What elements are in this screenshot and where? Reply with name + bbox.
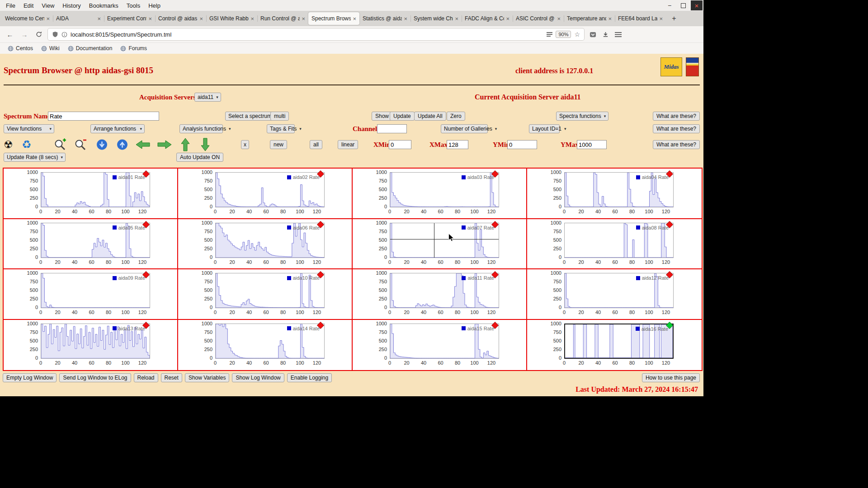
- update-all-button[interactable]: Update All: [414, 112, 446, 121]
- tab-gsi-white-rabbit[interactable]: GSI White Rabbit×: [206, 12, 257, 25]
- analysis-functions-dropdown[interactable]: Analysis functions: [179, 124, 223, 133]
- tab-close-icon[interactable]: ×: [199, 15, 203, 22]
- bookmark-forums[interactable]: Forums: [117, 45, 150, 52]
- menu-bookmarks[interactable]: Bookmarks: [85, 2, 123, 9]
- plot-area[interactable]: aida15 Rate: [390, 324, 499, 359]
- bookmark-star-icon[interactable]: ☆: [574, 31, 580, 38]
- plot-area[interactable]: aida02 Rate: [215, 172, 325, 207]
- multi-button[interactable]: multi: [270, 112, 289, 121]
- tab-temperature-and[interactable]: Temperature and×: [564, 12, 615, 25]
- xmax-input[interactable]: [447, 140, 468, 149]
- spectrum-chart-aida15[interactable]: 10007505002500aida15 Rate020406080100120: [353, 320, 527, 371]
- scroll-down-icon[interactable]: [96, 139, 108, 150]
- view-functions-dropdown[interactable]: View functions: [4, 124, 54, 133]
- spectrum-chart-aida06[interactable]: 10007505002500aida06 Rate020406080100120: [178, 219, 353, 270]
- url-text[interactable]: localhost:8015/Spectrum/Spectrum.tml: [71, 31, 543, 38]
- tab-close-icon[interactable]: ×: [302, 15, 305, 22]
- tab-experiment-cont[interactable]: Experiment Cont×: [104, 12, 155, 25]
- spectrum-chart-aida02[interactable]: 10007505002500aida02 Rate020406080100120: [178, 169, 353, 219]
- linear-button[interactable]: linear: [338, 140, 358, 149]
- tab-close-icon[interactable]: ×: [148, 15, 152, 22]
- left-arrow-icon[interactable]: [136, 140, 150, 149]
- zoom-level-button[interactable]: 90%: [556, 31, 571, 38]
- all-button[interactable]: all: [310, 140, 322, 149]
- tab-fee64-board-lay[interactable]: FEE64 board Lay×: [615, 12, 666, 25]
- tab-close-icon[interactable]: ×: [506, 15, 509, 22]
- tab-close-icon[interactable]: ×: [659, 15, 663, 22]
- reader-view-icon[interactable]: [547, 32, 552, 38]
- tab-aida[interactable]: AIDA×: [53, 12, 104, 25]
- plot-area[interactable]: aida05 Rate: [41, 223, 150, 258]
- plot-area[interactable]: aida04 Rate: [564, 172, 674, 207]
- ymin-input[interactable]: [507, 140, 537, 149]
- plot-area[interactable]: aida11 Rate: [390, 273, 499, 308]
- spectrum-chart-aida01[interactable]: 10007505002500aida01 Rate020406080100120: [4, 169, 178, 219]
- site-info-icon[interactable]: [61, 32, 67, 38]
- spectrum-chart-aida04[interactable]: 10007505002500aida04 Rate020406080100120: [527, 169, 702, 219]
- tab-run-control-a[interactable]: Run Control @ a×: [257, 12, 308, 25]
- zero-button[interactable]: Zero: [447, 112, 465, 121]
- tab-statistics-aida[interactable]: Statistics @ aida×: [359, 12, 410, 25]
- spectrum-chart-aida14[interactable]: 10007505002500aida14 Rate020406080100120: [178, 320, 353, 371]
- log-button-send-log-window-to-elog[interactable]: Send Log Window to ELog: [59, 373, 131, 382]
- downloads-icon[interactable]: [602, 31, 609, 38]
- plot-area[interactable]: aida08 Rate: [564, 223, 674, 258]
- spectrum-chart-aida16[interactable]: 10007505002500aida16 Rate020406080100120: [527, 320, 702, 371]
- update-rate-dropdown[interactable]: Update Rate (8 secs): [4, 153, 66, 162]
- spectrum-chart-aida05[interactable]: 10007505002500aida05 Rate020406080100120: [4, 219, 178, 270]
- spectrum-chart-aida03[interactable]: 10007505002500aida03 Rate020406080100120: [353, 169, 527, 219]
- menu-hamburger-icon[interactable]: [615, 32, 622, 38]
- tab-welcome-to-cen[interactable]: Welcome to Cen×: [2, 12, 53, 25]
- bookmark-documentation[interactable]: Documentation: [65, 45, 116, 52]
- plot-area[interactable]: aida07 Rate: [390, 223, 499, 258]
- layout-id-dropdown[interactable]: Layout ID=1: [529, 124, 560, 133]
- plot-area[interactable]: aida03 Rate: [390, 172, 499, 207]
- plot-area[interactable]: aida13 Rate: [41, 324, 150, 359]
- down-arrow-icon[interactable]: [201, 138, 210, 151]
- menu-help[interactable]: Help: [144, 2, 165, 9]
- tab-close-icon[interactable]: ×: [250, 15, 254, 22]
- new-button[interactable]: new: [270, 140, 287, 149]
- tab-control-aidas[interactable]: Control @ aidas×: [155, 12, 206, 25]
- tab-asic-control[interactable]: ASIC Control @×: [513, 12, 564, 25]
- update-button[interactable]: Update: [390, 112, 415, 121]
- spectrum-chart-aida13[interactable]: 10007505002500aida13 Rate020406080100120: [4, 320, 178, 371]
- plot-area[interactable]: aida10 Rate: [215, 273, 325, 308]
- spectrum-chart-aida08[interactable]: 10007505002500aida08 Rate020406080100120: [527, 219, 702, 270]
- save-to-pocket-icon[interactable]: [590, 31, 596, 38]
- number-of-galleries-dropdown[interactable]: Number of Galleries: [441, 124, 488, 133]
- tab-fadc-align-co[interactable]: FADC Align & Co×: [462, 12, 513, 25]
- what-are-these-button-1[interactable]: What are these?: [653, 112, 700, 121]
- scroll-up-icon[interactable]: [117, 139, 128, 150]
- log-button-reset[interactable]: Reset: [161, 373, 182, 382]
- log-button-empty-log-window[interactable]: Empty Log Window: [3, 373, 57, 382]
- tab-close-icon[interactable]: ×: [455, 15, 458, 22]
- spectra-functions-dropdown[interactable]: Spectra functions: [556, 112, 609, 121]
- spectrum-chart-aida09[interactable]: 10007505002500aida09 Rate020406080100120: [4, 269, 178, 320]
- tab-close-icon[interactable]: ×: [608, 15, 612, 22]
- log-button-show-log-window[interactable]: Show Log Window: [232, 373, 284, 382]
- arrange-functions-dropdown[interactable]: Arrange functions: [90, 124, 145, 133]
- forward-button[interactable]: →: [19, 29, 30, 40]
- acquisition-server-select[interactable]: aida11: [194, 93, 221, 102]
- channel-input[interactable]: [377, 124, 407, 133]
- log-button-enable-logging[interactable]: Enable Logging: [287, 373, 332, 382]
- tab-close-icon[interactable]: ×: [404, 15, 407, 22]
- plot-area[interactable]: aida01 Rate: [41, 172, 150, 207]
- shield-icon[interactable]: [52, 31, 58, 38]
- log-button-show-variables[interactable]: Show Variables: [185, 373, 230, 382]
- spectrum-chart-aida11[interactable]: 10007505002500aida11 Rate020406080100120: [353, 269, 527, 320]
- plot-area[interactable]: aida14 Rate: [215, 324, 325, 359]
- plot-area[interactable]: aida06 Rate: [215, 223, 325, 258]
- tab-close-icon[interactable]: ×: [97, 15, 101, 22]
- plot-area[interactable]: aida12 Rate: [564, 273, 674, 308]
- x-button[interactable]: x: [241, 140, 249, 149]
- tags-fits-dropdown[interactable]: Tags & Fits: [267, 124, 295, 133]
- radiation-icon[interactable]: ☢: [4, 140, 13, 150]
- xmin-input[interactable]: [389, 140, 411, 149]
- right-arrow-icon[interactable]: [157, 140, 172, 149]
- tab-spectrum-brows[interactable]: Spectrum Brows×: [308, 12, 359, 25]
- auto-update-button[interactable]: Auto Update ON: [176, 153, 223, 162]
- spectrum-name-input[interactable]: [48, 112, 159, 121]
- maximize-button[interactable]: [677, 0, 689, 10]
